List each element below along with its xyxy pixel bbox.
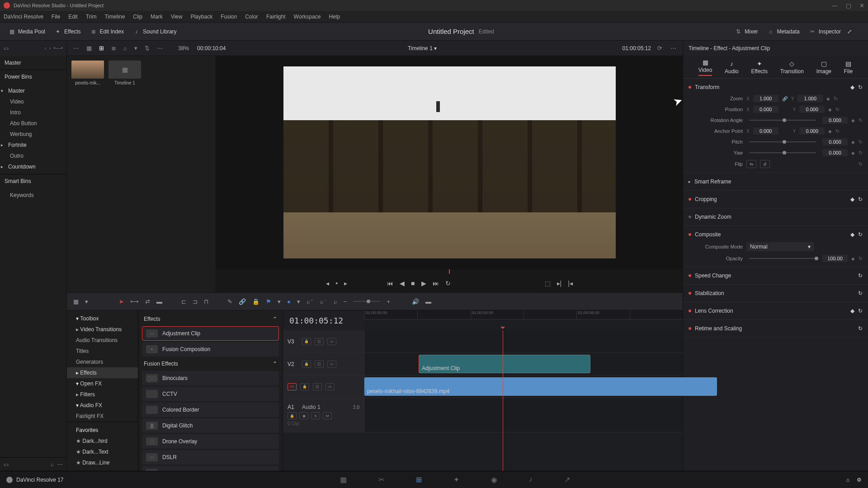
link-icon[interactable]: 🔗 bbox=[239, 298, 246, 305]
yaw-slider[interactable] bbox=[749, 152, 816, 153]
ellipsis-icon[interactable]: ⋯ bbox=[71, 44, 81, 52]
disable-button[interactable]: ▭ bbox=[326, 383, 335, 390]
lock-button[interactable]: 🔒 bbox=[288, 412, 297, 419]
clip-thumbnail[interactable]: pexels-mik... bbox=[71, 61, 104, 85]
keyframe-icon[interactable]: ◆ bbox=[851, 150, 855, 155]
lock-icon[interactable]: 🔒 bbox=[252, 298, 259, 305]
fav-item[interactable]: ★ Dark...Text bbox=[67, 446, 138, 457]
track-v2-body[interactable]: Adjustment Clip bbox=[364, 353, 683, 375]
keyframe-icon[interactable]: ◆ bbox=[828, 107, 832, 112]
lens-correction-header[interactable]: Lens Correction◆↻ bbox=[689, 305, 863, 317]
anchor-y-input[interactable]: 0.000 bbox=[799, 127, 825, 135]
zoom-out-icon[interactable]: ⌕⁻ bbox=[320, 298, 327, 305]
selection-tool-icon[interactable]: ➤ bbox=[119, 298, 124, 305]
bin-master[interactable]: ▾Master bbox=[0, 85, 66, 96]
audio-icon[interactable]: 🔊 bbox=[412, 298, 419, 305]
search-icon[interactable]: ⌕ bbox=[122, 44, 129, 52]
stabilization-header[interactable]: Stabilization↻ bbox=[689, 287, 863, 299]
overwrite-icon[interactable]: ⊐ bbox=[193, 298, 198, 305]
keyframe-icon[interactable]: ◆ bbox=[850, 308, 854, 314]
zoom-y-input[interactable]: 1.000 bbox=[797, 95, 823, 102]
fusion-effect[interactable]: Colored Border bbox=[142, 403, 279, 417]
project-home-icon[interactable]: ⌂ bbox=[846, 477, 849, 483]
keyframe-icon[interactable]: ◆ bbox=[850, 196, 854, 202]
inspector-toggle[interactable]: ✂Inspector bbox=[806, 26, 844, 37]
prev-edit-icon[interactable]: |◂ bbox=[568, 280, 573, 287]
video-clip[interactable]: pexels-mikhail-nilov-6942639.mp4 bbox=[364, 377, 717, 396]
metadata-toggle[interactable]: ⌂Metadata bbox=[764, 26, 802, 37]
project-settings-icon[interactable]: ⚙ bbox=[857, 477, 862, 483]
sort-icon[interactable]: ⇅ bbox=[143, 44, 151, 52]
zoom-x-input[interactable]: 1.000 bbox=[753, 95, 778, 102]
track-a1-label[interactable]: A1 bbox=[288, 404, 298, 410]
edit-index-toggle[interactable]: ≣Edit Index bbox=[87, 26, 127, 37]
ruler-tick[interactable]: 01:00:00:00 bbox=[364, 310, 417, 319]
fusion-effect[interactable]: DVE bbox=[142, 466, 279, 471]
timeline-timecode[interactable]: 01:00:05:12 bbox=[283, 310, 364, 330]
track-a1-body[interactable] bbox=[364, 398, 683, 432]
fusion-effect[interactable]: ▓Digital Glitch bbox=[142, 418, 279, 433]
reset-icon[interactable]: ↻ bbox=[859, 256, 863, 262]
chevron-down-icon[interactable]: ▾ bbox=[132, 44, 139, 52]
home-icon[interactable] bbox=[6, 477, 13, 483]
replace-icon[interactable]: ⊓ bbox=[204, 298, 208, 305]
nav-fwd-icon[interactable]: › bbox=[49, 45, 51, 52]
more-icon[interactable]: ⋯ bbox=[155, 44, 165, 52]
solo-button[interactable]: S bbox=[311, 412, 320, 419]
video-transitions[interactable]: ▸ Video Transitions bbox=[67, 324, 138, 335]
menu-file[interactable]: File bbox=[52, 14, 60, 20]
rotation-slider[interactable] bbox=[749, 120, 816, 121]
chevron-down-icon[interactable]: ▾ bbox=[85, 298, 88, 305]
adjustment-clip[interactable]: Adjustment Clip bbox=[419, 355, 590, 373]
menu-edit[interactable]: Edit bbox=[68, 14, 78, 20]
audiofx-header[interactable]: ▾ Audio FX bbox=[67, 400, 138, 411]
fusion-page-icon[interactable]: ✦ bbox=[453, 475, 459, 484]
keyframe-icon[interactable]: ◆ bbox=[850, 84, 854, 90]
bin-countdown[interactable]: ▸Countdown bbox=[0, 161, 66, 172]
next-mark-icon[interactable]: ▸ bbox=[344, 280, 347, 287]
bin-intro[interactable]: Intro bbox=[0, 107, 66, 118]
fusion-composition-effect[interactable]: ✦Fusion Composition bbox=[142, 342, 279, 357]
keyframe-icon[interactable]: ◆ bbox=[828, 129, 832, 134]
prev-mark-icon[interactable]: ◂ bbox=[326, 280, 329, 287]
cut-page-icon[interactable]: ✂ bbox=[378, 475, 384, 484]
expand-icon[interactable]: ⤢ bbox=[847, 28, 852, 35]
track-v1-label[interactable]: V1 bbox=[288, 383, 297, 390]
keyframe-icon[interactable]: ◆ bbox=[851, 256, 855, 261]
inspector-tab-transition[interactable]: ◇Transition bbox=[780, 60, 804, 75]
fav-item[interactable]: ★ Dark...hird bbox=[67, 436, 138, 446]
thumb-view-icon[interactable]: ▦ bbox=[85, 44, 94, 52]
keyframe-icon[interactable]: ◆ bbox=[826, 96, 830, 101]
menu-color[interactable]: Color bbox=[245, 14, 258, 20]
flip-h-button[interactable]: ⇋ bbox=[746, 160, 756, 168]
match-frame-icon[interactable]: ⬚ bbox=[545, 280, 551, 287]
bin-werbung[interactable]: Werbung bbox=[0, 129, 66, 140]
plus-icon[interactable]: + bbox=[387, 298, 390, 305]
arm-button[interactable]: ◉ bbox=[299, 412, 308, 419]
retime-scaling-header[interactable]: Retime and Scaling↻ bbox=[689, 323, 863, 334]
menu-fusion[interactable]: Fusion bbox=[221, 14, 237, 20]
retime-icon[interactable]: ✎ bbox=[227, 298, 232, 305]
ruler-tick[interactable] bbox=[630, 310, 683, 319]
close-button[interactable]: ✕ bbox=[859, 2, 864, 9]
mixer-toggle[interactable]: ⇅Mixer bbox=[732, 26, 760, 37]
minimize-button[interactable]: — bbox=[832, 2, 838, 9]
media-pool-toggle[interactable]: ▦Media Pool bbox=[5, 26, 48, 37]
auto-select-button[interactable]: ◫ bbox=[315, 338, 324, 345]
yaw-input[interactable]: 0.000 bbox=[822, 149, 848, 156]
timeline-thumbnail[interactable]: Timeline 1 bbox=[108, 61, 141, 85]
dynamic-zoom-header[interactable]: Dynamic Zoom bbox=[689, 211, 863, 223]
opacity-slider[interactable] bbox=[749, 258, 816, 259]
blade-tool-icon[interactable]: ▬ bbox=[156, 298, 162, 305]
disable-button[interactable]: ▭ bbox=[327, 338, 336, 345]
dynamic-trim-icon[interactable]: ⇄ bbox=[145, 298, 150, 305]
marker-icon[interactable]: ● bbox=[287, 298, 291, 305]
fusion-effect[interactable]: CCTV bbox=[142, 387, 279, 401]
play-reverse-button[interactable]: ◀ bbox=[400, 280, 405, 287]
toolbox-header[interactable]: ▾ Toolbox bbox=[67, 313, 138, 324]
last-frame-button[interactable]: ⏭ bbox=[433, 280, 439, 287]
viewer-zoom[interactable]: 38% bbox=[178, 45, 189, 52]
loop-button[interactable]: ↻ bbox=[445, 280, 451, 287]
filters[interactable]: ▸ Filters bbox=[67, 389, 138, 400]
fairlight-page-icon[interactable]: ♪ bbox=[529, 475, 533, 484]
